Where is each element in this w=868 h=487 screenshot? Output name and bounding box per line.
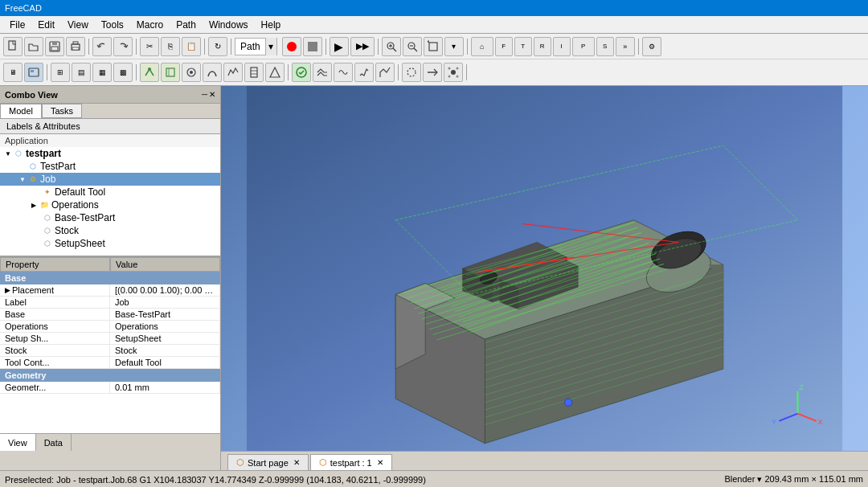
tree-item-job[interactable]: ▼ ⚙ Job (0, 173, 220, 186)
tb2-btn6[interactable]: ▩ (113, 63, 133, 82)
view-home-btn[interactable]: ⌂ (471, 37, 493, 56)
prop-row-geom[interactable]: Geometr... 0.01 mm (0, 382, 220, 394)
tab-model[interactable]: Model (0, 104, 42, 118)
copy-btn[interactable]: ⎘ (161, 37, 180, 56)
refresh-btn[interactable]: ↻ (208, 37, 227, 56)
view-right-btn[interactable]: R (534, 37, 551, 56)
view-persp-btn[interactable]: P (572, 37, 595, 56)
zoom-in-btn[interactable] (382, 37, 401, 56)
view-iso-btn[interactable]: I (553, 37, 571, 56)
menu-file[interactable]: File (3, 18, 31, 32)
stop-btn[interactable] (303, 37, 322, 56)
record-btn[interactable] (282, 37, 301, 56)
view-stereo-btn[interactable]: S (596, 37, 614, 56)
tb2-btn5[interactable]: ▦ (92, 63, 112, 82)
menu-edit[interactable]: Edit (31, 18, 61, 32)
tree-item-base-label: Base-TestPart (55, 212, 115, 223)
fast-forward-btn[interactable]: ▶▶ (350, 37, 375, 56)
bottom-tab-view[interactable]: View (0, 434, 36, 451)
path-dropdown-arrow[interactable]: ▾ (265, 38, 276, 55)
path-op-btn9[interactable] (313, 63, 332, 82)
save-btn[interactable] (45, 37, 64, 56)
path-dropdown-label[interactable]: Path (235, 41, 265, 52)
path-op-btn12[interactable] (375, 63, 395, 82)
view-front-btn[interactable]: F (495, 37, 513, 56)
svg-text:Z: Z (799, 383, 804, 391)
prop-row-operations[interactable]: Operations Operations (0, 321, 220, 333)
prop-row-toolcont[interactable]: Tool Cont... Default Tool (0, 357, 220, 369)
fit-all-btn[interactable] (424, 37, 443, 56)
path-op-btn11[interactable] (354, 63, 374, 82)
start-page-close[interactable]: ✕ (293, 458, 300, 467)
tree-item-operations[interactable]: ▶ 📁 Operations (0, 198, 220, 211)
zoom-out-btn[interactable] (403, 37, 422, 56)
path-op-btn13[interactable] (402, 63, 421, 82)
path-op-btn4[interactable] (203, 63, 222, 82)
path-op-btn3[interactable] (182, 63, 201, 82)
tree-area[interactable]: Application ▼ ⬡ testpart ⬡ TestPart ▼ ⚙ … (0, 134, 220, 256)
tab-start-page[interactable]: ⬡ Start page ✕ (227, 454, 309, 470)
path-op-btn2[interactable] (161, 63, 180, 82)
prop-row-label[interactable]: Label Job (0, 297, 220, 309)
path-op-btn6[interactable] (244, 63, 264, 82)
prop-row-placement[interactable]: ▶ Placement [(0.00 0.00 1.00); 0.00 °;..… (0, 284, 220, 297)
svg-point-27 (407, 68, 416, 76)
path-op-btn8[interactable] (292, 63, 311, 82)
tree-arrow-operations[interactable]: ▶ (29, 200, 39, 210)
new-file-btn[interactable] (3, 37, 23, 56)
prop-row-base[interactable]: Base Base-TestPart (0, 309, 220, 321)
path-op-btn5[interactable] (223, 63, 243, 82)
viewport-svg: X Z Y (221, 86, 868, 451)
tb2-btn2[interactable] (24, 63, 43, 82)
tree-item-setupsheet[interactable]: ⬡ SetupSheet (0, 237, 220, 250)
prop-expand-icon[interactable]: ▶ (5, 286, 10, 294)
path-op-btn14[interactable] (423, 63, 442, 82)
labels-attributes-bar[interactable]: Labels & Attributes (0, 119, 220, 134)
prop-row-setup[interactable]: Setup Sh... SetupSheet (0, 333, 220, 345)
path-op-btn1[interactable] (140, 63, 159, 82)
tree-item-default-tool[interactable]: ✦ Default Tool (0, 186, 220, 198)
menu-tools[interactable]: Tools (95, 18, 130, 32)
tree-arrow-setupsheet[interactable] (32, 239, 42, 248)
bottom-tab-data[interactable]: Data (36, 434, 72, 451)
path-op-btn10[interactable] (334, 63, 353, 82)
paste-btn[interactable]: 📋 (182, 37, 201, 56)
menu-macro[interactable]: Macro (130, 18, 170, 32)
tree-arrow-testpart[interactable]: ▼ (3, 149, 13, 158)
undo-btn[interactable] (92, 37, 112, 56)
more-views-btn[interactable]: » (616, 37, 635, 56)
workbench-btn[interactable]: ⚙ (642, 37, 661, 56)
testpart-tab-close[interactable]: ✕ (377, 458, 383, 467)
tb2-btn4[interactable]: ▤ (72, 63, 91, 82)
view-top-btn[interactable]: T (514, 37, 532, 56)
view-dropdown-btn[interactable]: ▾ (444, 37, 464, 56)
menu-windows[interactable]: Windows (203, 18, 255, 32)
menu-help[interactable]: Help (255, 18, 288, 32)
tb2-btn3[interactable]: ⊞ (51, 63, 70, 82)
open-btn[interactable] (24, 37, 43, 56)
combo-close-btn[interactable]: ✕ (209, 90, 215, 99)
tree-item-stock[interactable]: ⬡ Stock (0, 224, 220, 237)
tree-arrow-default-tool[interactable] (32, 187, 42, 197)
menu-path[interactable]: Path (170, 18, 203, 32)
play-btn[interactable]: ▶ (330, 37, 349, 56)
path-op-btn15[interactable] (444, 63, 463, 82)
tab-tasks[interactable]: Tasks (42, 104, 82, 118)
prop-row-stock[interactable]: Stock Stock (0, 345, 220, 357)
path-op-btn7[interactable] (265, 63, 285, 82)
tree-arrow-job[interactable]: ▼ (18, 174, 27, 184)
print-btn[interactable] (66, 37, 85, 56)
tree-arrow-stock[interactable] (32, 226, 42, 235)
tree-item-testpart[interactable]: ▼ ⬡ testpart (0, 147, 220, 160)
tree-item-base[interactable]: ⬡ Base-TestPart (0, 211, 220, 224)
tb2-btn1[interactable]: 🖥 (3, 63, 23, 82)
tree-arrow-testpart-obj[interactable] (18, 162, 27, 171)
tree-item-testpart-obj[interactable]: ⬡ TestPart (0, 160, 220, 173)
menu-view[interactable]: View (61, 18, 95, 32)
tab-testpart[interactable]: ⬡ testpart : 1 ✕ (310, 454, 392, 470)
viewport[interactable]: X Z Y (221, 86, 868, 451)
tree-arrow-base[interactable] (32, 213, 42, 223)
redo-btn[interactable] (113, 37, 133, 56)
cut-btn[interactable]: ✂ (140, 37, 159, 56)
combo-minimize-btn[interactable]: ─ (202, 90, 207, 99)
